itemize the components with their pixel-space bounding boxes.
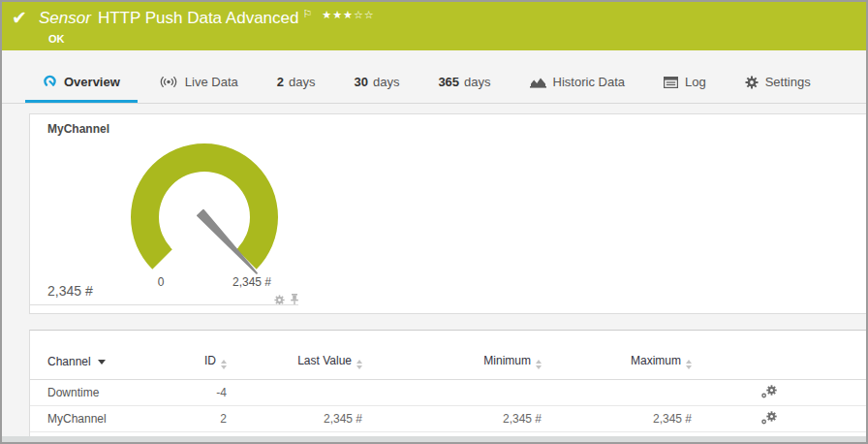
tab-30-days-label: days — [373, 75, 399, 89]
star-rating[interactable]: ★★★☆☆ — [322, 4, 374, 25]
stars-empty: ☆☆ — [354, 9, 375, 20]
tab-overview-label: Overview — [64, 75, 120, 89]
channel-table-panel: Channel ID Last Value Minimum Maximum Do… — [29, 330, 866, 438]
tab-settings[interactable]: Settings — [728, 50, 828, 103]
cell-last-value: 2,345 # — [227, 406, 362, 432]
stars-filled: ★★★ — [322, 9, 354, 20]
tab-historic-data[interactable]: Historic Data — [512, 50, 642, 103]
column-header-last-value[interactable]: Last Value — [227, 331, 362, 380]
log-icon — [664, 77, 678, 88]
tab-365-days-number: 365 — [438, 75, 459, 89]
tab-settings-label: Settings — [765, 75, 811, 89]
sort-both-icon — [221, 360, 227, 369]
sensor-kind-label: Sensor — [39, 8, 91, 29]
tab-30-days[interactable]: 30 days — [336, 50, 417, 103]
column-header-channel[interactable]: Channel — [30, 331, 137, 380]
tab-overview[interactable]: Overview — [25, 50, 138, 103]
sort-both-icon — [686, 360, 692, 369]
gauge-divider — [30, 304, 298, 305]
tab-365-days[interactable]: 365 days — [420, 50, 508, 103]
cell-id: -4 — [137, 380, 227, 406]
gauge-chart — [122, 138, 287, 283]
column-header-id[interactable]: ID — [137, 331, 227, 380]
sensor-status-banner: ✔ Sensor HTTP Push Data Advanced ⚐ ★★★☆☆… — [2, 2, 866, 50]
cell-channel: MyChannel — [30, 406, 137, 432]
sort-desc-icon — [98, 360, 106, 365]
gauge-min-label: 0 — [158, 275, 165, 289]
gauge-settings-gear-icon[interactable] — [274, 295, 285, 305]
sensor-title: HTTP Push Data Advanced — [98, 8, 299, 29]
tab-log[interactable]: Log — [646, 50, 724, 103]
channel-table-header-row: Channel ID Last Value Minimum Maximum — [30, 331, 866, 380]
prtg-sensor-page: ✔ Sensor HTTP Push Data Advanced ⚐ ★★★☆☆… — [0, 0, 868, 444]
cell-channel: Downtime — [30, 380, 137, 406]
gauge-max-label: 2,345 # — [232, 275, 271, 289]
table-row-downtime: Downtime -4 — [30, 380, 866, 406]
status-check-icon: ✔ — [12, 8, 39, 29]
column-header-minimum[interactable]: Minimum — [362, 331, 542, 380]
sensor-title-line: Sensor HTTP Push Data Advanced ⚐ ★★★☆☆ — [39, 8, 375, 30]
sort-both-icon — [536, 360, 542, 369]
column-header-actions — [692, 331, 866, 380]
area-chart-icon — [530, 77, 546, 88]
tab-30-days-number: 30 — [354, 75, 367, 89]
cell-minimum — [362, 380, 542, 406]
status-badge: OK — [48, 33, 375, 45]
channel-settings-icon[interactable] — [761, 411, 777, 425]
tab-2-days-number: 2 — [277, 75, 284, 89]
gear-icon — [745, 76, 759, 89]
channel-settings-icon[interactable] — [761, 385, 777, 398]
priority-flag-icon[interactable]: ⚐ — [302, 3, 312, 24]
column-header-maximum[interactable]: Maximum — [542, 331, 692, 380]
sort-both-icon — [356, 360, 362, 369]
gauge-panel: MyChannel 0 2,345 # 2,345 # — [29, 113, 866, 314]
cell-maximum: 2,345 # — [542, 406, 692, 432]
cell-id: 2 — [137, 406, 227, 432]
gauge-ring — [131, 143, 278, 270]
tab-historic-data-label: Historic Data — [553, 75, 625, 89]
tab-log-label: Log — [685, 75, 706, 89]
gauge-icon — [43, 75, 57, 89]
tab-365-days-label: days — [464, 75, 490, 89]
sensor-tabbar: Overview Live Data 2 days 30 days 365 — [2, 50, 866, 104]
tab-live-data[interactable]: Live Data — [141, 50, 256, 103]
broadcast-icon — [159, 76, 178, 88]
gauge-current-value: 2,345 # — [47, 283, 93, 299]
cell-last-value — [227, 380, 362, 406]
table-row-mychannel: MyChannel 2 2,345 # 2,345 # 2,345 # — [30, 406, 866, 432]
channel-table: Channel ID Last Value Minimum Maximum Do… — [30, 331, 866, 432]
cell-minimum: 2,345 # — [362, 406, 542, 432]
tab-2-days-label: days — [289, 75, 315, 89]
gauge-channel-title: MyChannel — [47, 122, 109, 136]
cell-maximum — [542, 380, 692, 406]
bottom-edge-strip — [2, 436, 866, 442]
tab-live-data-label: Live Data — [185, 75, 238, 89]
tab-2-days[interactable]: 2 days — [260, 50, 333, 103]
